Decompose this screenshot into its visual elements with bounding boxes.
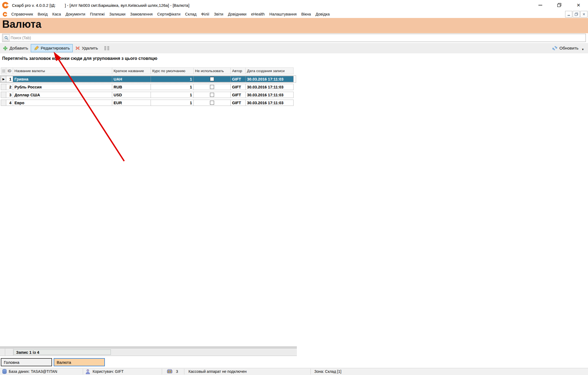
cell-not-used[interactable] — [193, 92, 231, 98]
pencil-icon — [33, 46, 39, 51]
cell-not-used[interactable] — [193, 76, 231, 82]
menu-item-7[interactable]: Замовлення — [128, 10, 155, 18]
menu-item-6[interactable]: Залишки — [107, 10, 128, 18]
delete-button[interactable]: Удалить — [73, 44, 100, 52]
cell-currency-name[interactable]: Рубль Россия — [13, 84, 112, 90]
mdi-minimize-button[interactable] — [565, 11, 572, 17]
menu-item-13[interactable]: eHealth — [249, 10, 267, 18]
row-indicator: ▶ — [1, 76, 6, 82]
not-used-checkbox[interactable] — [210, 85, 214, 89]
cell-short-name[interactable]: UAH — [112, 76, 151, 82]
menu-item-4[interactable]: Документи — [63, 10, 87, 18]
not-used-checkbox[interactable] — [210, 93, 214, 97]
column-header-notused[interactable]: Не использовать — [193, 67, 231, 74]
search-placeholder: Поиск (Tab) — [11, 36, 31, 40]
status-zone: Зона: Склад [1] — [314, 369, 342, 374]
menu-item-8[interactable]: Сертифікати — [155, 10, 183, 18]
row-selector-header[interactable] — [1, 67, 6, 74]
cell-not-used[interactable] — [193, 84, 231, 90]
menu-item-3[interactable]: Каса — [50, 10, 63, 18]
refresh-dropdown-icon[interactable]: ▼ — [581, 48, 584, 51]
row-indicator — [1, 100, 6, 106]
column-chooser-button[interactable] — [102, 44, 112, 52]
add-button[interactable]: Добавить — [1, 44, 31, 52]
tab-головна[interactable]: Головна — [1, 358, 52, 366]
status-separator — [184, 369, 184, 374]
grid-menu-icon — [2, 69, 5, 73]
cell-default-rate[interactable]: 1 — [151, 100, 194, 106]
add-button-label: Добавить — [10, 46, 28, 51]
menu-item-5[interactable]: Платежі — [88, 10, 107, 18]
column-header-created[interactable]: Дата создания записи — [245, 67, 294, 74]
table-row[interactable]: 4 Евро EUR 1 GIFT 30.03.2016 17:11:03 — [1, 100, 295, 106]
table-row[interactable]: 2 Рубль Россия RUB 1 GIFT 30.03.2016 17:… — [1, 84, 295, 90]
cell-id[interactable]: 3 — [6, 92, 13, 98]
search-input[interactable]: Поиск (Tab) — [2, 34, 586, 42]
refresh-button[interactable]: Обновить ▼ — [552, 44, 584, 52]
page-header: Валюта — [0, 18, 588, 33]
title-bar: Скарб pro v. 4.0.0.2 [ІД: ] - [Апт №003 … — [0, 0, 588, 10]
cell-id[interactable]: 1 — [6, 76, 13, 82]
grid-header-row: ID Название валюты Краткое название Курс… — [1, 67, 295, 74]
minimize-button[interactable] — [531, 0, 550, 10]
cell-short-name[interactable]: RUB — [112, 84, 151, 90]
edit-button[interactable]: Редактировать — [31, 44, 73, 52]
cell-author[interactable]: GIFT — [230, 92, 246, 98]
cell-created-date[interactable]: 30.03.2016 17:11:03 — [245, 84, 294, 90]
cell-currency-name[interactable]: Евро — [13, 100, 112, 106]
grid-footer-strip — [0, 346, 297, 348]
window-controls: ✕ — [531, 0, 588, 10]
cell-author[interactable]: GIFT — [230, 76, 246, 82]
cell-created-date[interactable]: 30.03.2016 17:11:03 — [245, 92, 294, 98]
mdi-restore-button[interactable] — [573, 11, 580, 17]
not-used-checkbox[interactable] — [210, 77, 214, 81]
cell-short-name[interactable]: USD — [112, 92, 151, 98]
restore-button[interactable] — [550, 0, 569, 10]
cell-id[interactable]: 4 — [6, 100, 13, 106]
menu-item-15[interactable]: Вікна — [299, 10, 313, 18]
cell-default-rate[interactable]: 1 — [151, 92, 194, 98]
mdi-window-controls: ✕ — [565, 11, 587, 17]
menu-item-2[interactable]: Вихід — [35, 10, 50, 18]
column-header-name[interactable]: Название валюты — [13, 67, 112, 74]
menu-item-16[interactable]: Довідка — [313, 10, 332, 18]
not-used-checkbox[interactable] — [210, 101, 214, 105]
cell-currency-name[interactable]: Гривна — [13, 76, 112, 82]
cell-author[interactable]: GIFT — [230, 100, 246, 106]
mdi-close-icon: ✕ — [583, 12, 586, 16]
column-header-author[interactable]: Автор — [230, 67, 246, 74]
cell-author[interactable]: GIFT — [230, 84, 246, 90]
delete-button-label: Удалить — [82, 46, 98, 51]
window-title: Скарб pro v. 4.0.0.2 [ІД: ] - [Апт №003 … — [12, 3, 189, 8]
menu-item-14[interactable]: Налаштування — [267, 10, 299, 18]
user-icon — [86, 369, 90, 374]
table-row[interactable]: 3 Доллар США USD 1 GIFT 30.03.2016 17:11… — [1, 92, 295, 98]
status-database: База даних: TASA3@TITAN — [9, 369, 57, 374]
cell-currency-name[interactable]: Доллар США — [13, 92, 112, 98]
cell-default-rate[interactable]: 1 — [151, 84, 194, 90]
column-header-code[interactable]: Краткое название — [112, 67, 151, 74]
cell-id[interactable]: 2 — [6, 84, 13, 90]
menu-item-11[interactable]: Звіти — [212, 10, 226, 18]
status-user: Користувач: GIFT — [93, 369, 124, 374]
cell-created-date[interactable]: 30.03.2016 17:11:03 — [245, 100, 294, 106]
column-header-rate[interactable]: Курс по умолчанию — [151, 67, 194, 74]
cell-default-rate[interactable]: 1 — [151, 76, 194, 82]
tab-валюта[interactable]: Валюта — [54, 358, 105, 366]
column-header-id[interactable]: ID — [6, 67, 13, 74]
close-button[interactable]: ✕ — [569, 0, 588, 10]
mdi-close-button[interactable]: ✕ — [580, 11, 587, 17]
table-row[interactable]: ▶ 1 Гривна UAH 1 GIFT 30.03.2016 17:11:0… — [1, 76, 295, 82]
menu-item-12[interactable]: Довідники — [226, 10, 249, 18]
panel-divider — [13, 349, 13, 356]
toolbar: Добавить Редактировать Удалить — [0, 43, 588, 53]
status-separator — [310, 369, 311, 374]
cell-created-date[interactable]: 30.03.2016 17:11:03 — [245, 76, 294, 82]
menu-item-1[interactable]: Справочник — [9, 10, 35, 18]
cell-not-used[interactable] — [193, 100, 231, 106]
panel-divider — [5, 349, 5, 356]
menu-item-10[interactable]: Філії — [199, 10, 212, 18]
status-cash-register: Кассовый аппарат не подключен — [188, 369, 247, 374]
menu-item-9[interactable]: Склад — [183, 10, 199, 18]
cell-short-name[interactable]: EUR — [112, 100, 151, 106]
